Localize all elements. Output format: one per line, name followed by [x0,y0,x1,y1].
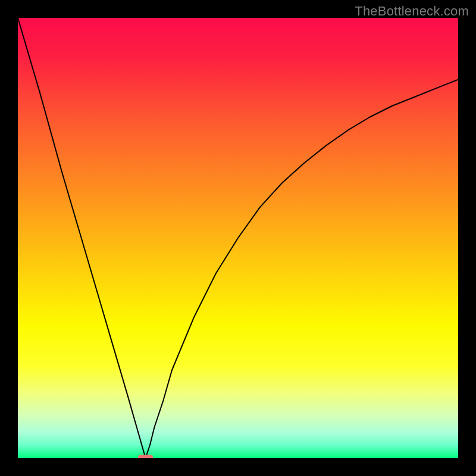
chart-frame: TheBottleneck.com [0,0,476,476]
optimum-marker [138,455,153,458]
plot-area [18,18,458,458]
watermark-text: TheBottleneck.com [355,4,469,19]
bottleneck-chart [18,18,458,458]
